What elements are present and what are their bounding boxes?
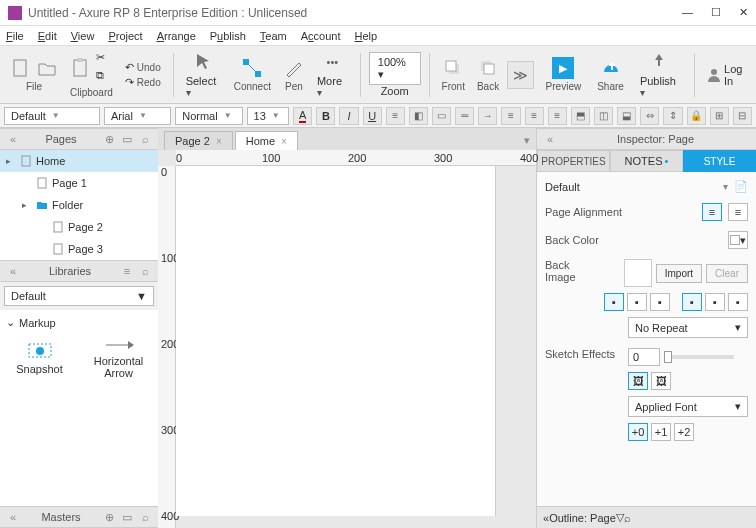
arrow-button[interactable]: →: [478, 107, 497, 125]
font-combo[interactable]: Arial▼: [104, 107, 171, 125]
lib-category[interactable]: ⌄Markup: [4, 314, 154, 331]
close-icon[interactable]: ×: [281, 136, 287, 147]
connect-group[interactable]: Connect: [230, 57, 275, 92]
close-icon[interactable]: ×: [216, 136, 222, 147]
sketch-value[interactable]: 0: [628, 348, 660, 366]
page-surface[interactable]: [176, 166, 496, 516]
menu-view[interactable]: View: [71, 30, 95, 42]
ls-0[interactable]: +0: [628, 423, 648, 441]
filter-icon[interactable]: ▽: [616, 511, 624, 524]
valign-b[interactable]: ▪: [728, 293, 748, 311]
tree-row[interactable]: ▸Folder: [0, 194, 158, 216]
valign-bot-button[interactable]: ⬓: [617, 107, 636, 125]
paste-icon[interactable]: [70, 57, 92, 79]
ls-1[interactable]: +1: [651, 423, 671, 441]
sketch-slider[interactable]: [664, 355, 734, 359]
style-manager-icon[interactable]: 📄: [734, 180, 748, 193]
halign-l[interactable]: ▪: [604, 293, 624, 311]
back-button[interactable]: Back: [473, 57, 503, 92]
lib-item-snapshot[interactable]: Snapshot: [4, 335, 75, 383]
library-select[interactable]: Default▼: [4, 286, 154, 306]
add-page-icon[interactable]: ⊕: [102, 132, 116, 146]
menu-help[interactable]: Help: [355, 30, 378, 42]
preview-button[interactable]: ▶ Preview: [542, 57, 586, 92]
menu-file[interactable]: File: [6, 30, 24, 42]
open-folder-icon[interactable]: [36, 57, 58, 79]
halign-r[interactable]: ▪: [650, 293, 670, 311]
minimize-button[interactable]: —: [682, 6, 693, 19]
align-center-button[interactable]: ≡: [728, 203, 748, 221]
menu-team[interactable]: Team: [260, 30, 287, 42]
text-color-button[interactable]: A: [293, 107, 312, 125]
line-button[interactable]: ▭: [432, 107, 451, 125]
zoom-group[interactable]: 100% ▾ Zoom: [369, 52, 421, 97]
canvas[interactable]: 0100200300400 0100200300400: [158, 150, 536, 528]
close-button[interactable]: ✕: [739, 6, 748, 19]
valign-t[interactable]: ▪: [682, 293, 702, 311]
cut-icon[interactable]: ✂: [96, 51, 112, 67]
tab-page2[interactable]: Page 2×: [164, 131, 233, 150]
bold-button[interactable]: B: [316, 107, 335, 125]
bullets-button[interactable]: ≡: [386, 107, 405, 125]
align-center-button[interactable]: ≡: [525, 107, 544, 125]
collapse-icon[interactable]: «: [6, 132, 20, 146]
import-button[interactable]: Import: [656, 264, 702, 283]
front-button[interactable]: Front: [438, 57, 469, 92]
ls-2[interactable]: +2: [674, 423, 694, 441]
sketch-gray[interactable]: 🖼: [651, 372, 671, 390]
tab-notes[interactable]: NOTES•: [610, 150, 683, 172]
publish-button[interactable]: Publish ▾: [636, 51, 682, 98]
redo-button[interactable]: ↷Redo: [125, 76, 161, 89]
size-combo[interactable]: 13▼: [247, 107, 290, 125]
align-left-button[interactable]: ≡: [702, 203, 722, 221]
maximize-button[interactable]: ☐: [711, 6, 721, 19]
valign-m[interactable]: ▪: [705, 293, 725, 311]
tab-menu-icon[interactable]: ▾: [518, 131, 536, 150]
align-right-button[interactable]: ≡: [548, 107, 567, 125]
lib-item-arrow[interactable]: Horizontal Arrow: [83, 335, 154, 383]
image-preview[interactable]: [624, 259, 652, 287]
add-master-folder-icon[interactable]: ▭: [120, 510, 134, 524]
group-button[interactable]: ⊞: [710, 107, 729, 125]
style-combo[interactable]: Default▼: [4, 107, 100, 125]
valign-top-button[interactable]: ⬒: [571, 107, 590, 125]
dist-v-button[interactable]: ⇕: [663, 107, 682, 125]
lib-search-icon[interactable]: ⌕: [138, 264, 152, 278]
add-master-icon[interactable]: ⊕: [102, 510, 116, 524]
style-dropdown[interactable]: ▾: [723, 181, 728, 192]
tree-row[interactable]: ▸Home: [0, 150, 158, 172]
halign-c[interactable]: ▪: [627, 293, 647, 311]
font-select[interactable]: Applied Font▾: [628, 396, 748, 417]
underline-button[interactable]: U: [363, 107, 382, 125]
share-button[interactable]: Share: [593, 57, 628, 92]
menu-project[interactable]: Project: [108, 30, 142, 42]
tab-style[interactable]: STYLE: [683, 150, 756, 172]
tree-row[interactable]: Page 1: [0, 172, 158, 194]
more-group[interactable]: ••• More ▾: [313, 51, 352, 98]
undo-button[interactable]: ↶Undo: [125, 61, 161, 74]
tree-row[interactable]: Page 3: [0, 238, 158, 260]
tab-home[interactable]: Home×: [235, 131, 298, 150]
copy-icon[interactable]: ⧉: [96, 69, 112, 85]
menu-arrange[interactable]: Arrange: [157, 30, 196, 42]
master-search-icon[interactable]: ⌕: [138, 510, 152, 524]
line-style-button[interactable]: ═: [455, 107, 474, 125]
back-color-picker[interactable]: ▾: [728, 231, 748, 249]
search-icon[interactable]: ⌕: [138, 132, 152, 146]
align-left-button[interactable]: ≡: [501, 107, 520, 125]
tree-row[interactable]: Page 2: [0, 216, 158, 238]
dist-h-button[interactable]: ⇔: [640, 107, 659, 125]
new-file-icon[interactable]: [10, 57, 32, 79]
ungroup-button[interactable]: ⊟: [733, 107, 752, 125]
menu-edit[interactable]: Edit: [38, 30, 57, 42]
login-button[interactable]: Log In: [706, 63, 750, 87]
weight-combo[interactable]: Normal▼: [175, 107, 242, 125]
lock-button[interactable]: 🔒: [687, 107, 706, 125]
repeat-select[interactable]: No Repeat▾: [628, 317, 748, 338]
clear-button[interactable]: Clear: [706, 264, 748, 283]
italic-button[interactable]: I: [339, 107, 358, 125]
outline-search-icon[interactable]: ⌕: [624, 512, 631, 524]
collapse-icon[interactable]: «: [6, 510, 20, 524]
valign-mid-button[interactable]: ◫: [594, 107, 613, 125]
pen-group[interactable]: Pen: [279, 57, 309, 92]
